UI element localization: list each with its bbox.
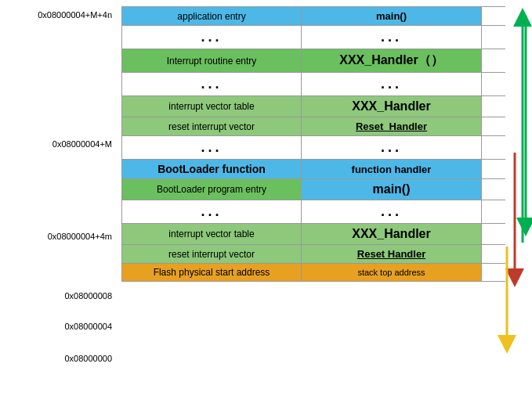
table-row: ... ... [121, 26, 505, 49]
memory-table: application entry main() ... ... Interru… [121, 6, 505, 282]
addr-top: 0x08000004+M+4n [38, 10, 112, 20]
table-row: application entry main() [121, 7, 505, 26]
cell-interrupt-routine-right: XXX_Handler（） [302, 49, 482, 72]
addr-4: 0x08000004 [64, 322, 112, 331]
cell-dots-9-right: ... [302, 200, 482, 223]
addr-8: 0x08000008 [64, 291, 112, 301]
diagram-container: 0x08000004+M+4n 0x08000004+M 0x08000004+… [0, 0, 532, 396]
cell-bootloader-func-right: function handler [302, 160, 482, 178]
table-row: ... ... [121, 136, 505, 160]
cell-reset-handler-left: reset interrupt vector [121, 117, 302, 135]
cell-bootloader-entry-left: BootLoader program entry [121, 179, 302, 200]
cell-dots-1-left: ... [121, 26, 302, 49]
addr-0: 0x08000000 [64, 354, 112, 363]
table-row: reset interrupt vector Reset Handler [121, 245, 505, 264]
addr-mid: 0x08000004+M [52, 139, 112, 149]
arrows-svg [493, 0, 532, 396]
cell-reset-handler-right: Reset_Handler [302, 117, 482, 135]
cell-dots-3-left: ... [121, 73, 302, 95]
cell-dots-9-left: ... [121, 200, 302, 223]
cell-bootloader-func-left: BootLoader function [121, 160, 302, 178]
cell-app-entry-right: main() [302, 7, 482, 25]
cell-dots-6-right: ... [302, 136, 482, 159]
table-row: Flash physical start address stack top a… [121, 264, 505, 282]
cell-flash-left: Flash physical start address [121, 264, 302, 281]
table-row: Interrupt routine entry XXX_Handler（） [121, 49, 505, 73]
cell-dots-6-left: ... [121, 136, 302, 159]
table-row: interrupt vector table XXX_Handler [121, 224, 505, 245]
cell-reset-handler2-left: reset interrupt vector [121, 245, 302, 263]
cell-ivt2-left: interrupt vector table [121, 224, 302, 244]
cell-ivt-right: XXX_Handler [302, 96, 482, 117]
cell-flash-right: stack top address [302, 264, 482, 281]
addr-4m: 0x08000004+4m [48, 232, 112, 241]
table-row: ... ... [121, 200, 505, 224]
cell-ivt-left: interrupt vector table [121, 96, 302, 117]
cell-interrupt-routine-left: Interrupt routine entry [121, 49, 302, 72]
table-row: BootLoader function function handler [121, 160, 505, 179]
table-row: ... ... [121, 73, 505, 96]
cell-ivt2-right: XXX_Handler [302, 224, 482, 244]
cell-reset-handler2-right: Reset Handler [302, 245, 482, 263]
table-row: BootLoader program entry main() [121, 179, 505, 200]
table-row: reset interrupt vector Reset_Handler [121, 117, 505, 136]
cell-dots-1-right: ... [302, 26, 482, 49]
cell-dots-3-right: ... [302, 73, 482, 95]
cell-app-entry-left: application entry [121, 7, 302, 25]
table-row: interrupt vector table XXX_Handler [121, 96, 505, 117]
cell-bootloader-entry-right: main() [302, 179, 482, 200]
